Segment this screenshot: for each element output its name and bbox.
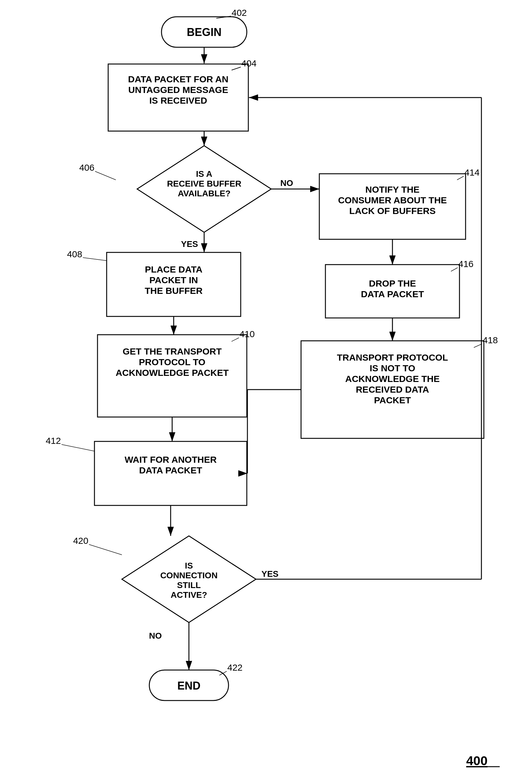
svg-text:NOTIFY THE: NOTIFY THE xyxy=(365,184,419,195)
svg-text:420: 420 xyxy=(73,536,88,546)
svg-text:418: 418 xyxy=(483,335,498,345)
svg-text:ACTIVE?: ACTIVE? xyxy=(171,590,207,600)
svg-text:PACKET: PACKET xyxy=(374,395,411,405)
svg-text:416: 416 xyxy=(458,259,474,269)
svg-text:422: 422 xyxy=(227,662,242,672)
svg-text:IS A: IS A xyxy=(196,169,212,179)
svg-text:YES: YES xyxy=(261,569,278,579)
svg-text:RECEIVED DATA: RECEIVED DATA xyxy=(356,384,429,395)
svg-text:PLACE DATA: PLACE DATA xyxy=(145,264,203,274)
svg-text:IS NOT TO: IS NOT TO xyxy=(369,363,415,373)
diagram-container: BEGIN 402 DATA PACKET FOR AN UNTAGGED ME… xyxy=(0,0,532,781)
svg-text:DROP THE: DROP THE xyxy=(369,278,416,288)
svg-text:YES: YES xyxy=(181,239,198,249)
svg-text:WAIT FOR ANOTHER: WAIT FOR ANOTHER xyxy=(125,454,217,464)
svg-text:DATA PACKET: DATA PACKET xyxy=(361,289,424,299)
svg-text:AVAILABLE?: AVAILABLE? xyxy=(178,189,230,198)
svg-text:410: 410 xyxy=(239,329,255,339)
svg-text:402: 402 xyxy=(231,8,247,18)
svg-line-18 xyxy=(95,171,116,180)
svg-text:RECEIVE BUFFER: RECEIVE BUFFER xyxy=(167,179,241,189)
svg-text:NO: NO xyxy=(280,178,293,188)
svg-text:END: END xyxy=(177,680,201,692)
svg-text:PROTOCOL TO: PROTOCOL TO xyxy=(139,357,205,367)
svg-text:THE BUFFER: THE BUFFER xyxy=(145,286,203,296)
svg-text:NO: NO xyxy=(149,631,162,641)
flowchart-svg: BEGIN 402 DATA PACKET FOR AN UNTAGGED ME… xyxy=(0,0,532,781)
svg-text:IS RECEIVED: IS RECEIVED xyxy=(149,95,207,106)
svg-text:DATA PACKET FOR AN: DATA PACKET FOR AN xyxy=(128,74,228,84)
svg-text:408: 408 xyxy=(67,249,82,259)
svg-text:GET THE TRANSPORT: GET THE TRANSPORT xyxy=(123,346,222,356)
svg-text:CONSUMER ABOUT THE: CONSUMER ABOUT THE xyxy=(338,195,447,205)
svg-line-28 xyxy=(83,258,107,261)
svg-text:404: 404 xyxy=(241,58,257,68)
svg-text:TRANSPORT PROTOCOL: TRANSPORT PROTOCOL xyxy=(337,353,448,363)
svg-text:UNTAGGED MESSAGE: UNTAGGED MESSAGE xyxy=(128,85,228,95)
svg-text:ACKNOWLEDGE THE: ACKNOWLEDGE THE xyxy=(345,374,440,384)
svg-text:406: 406 xyxy=(79,162,94,172)
svg-text:PACKET IN: PACKET IN xyxy=(149,275,198,285)
svg-line-41 xyxy=(61,445,94,451)
svg-text:412: 412 xyxy=(46,436,61,446)
svg-text:400: 400 xyxy=(466,753,488,768)
svg-text:LACK OF BUFFERS: LACK OF BUFFERS xyxy=(349,206,435,216)
svg-text:STILL: STILL xyxy=(177,580,201,590)
svg-text:BEGIN: BEGIN xyxy=(187,26,222,38)
svg-text:414: 414 xyxy=(464,167,480,177)
svg-text:DATA PACKET: DATA PACKET xyxy=(139,465,202,475)
svg-line-73 xyxy=(89,544,122,555)
svg-text:CONNECTION: CONNECTION xyxy=(160,571,218,580)
svg-text:ACKNOWLEDGE PACKET: ACKNOWLEDGE PACKET xyxy=(116,368,228,378)
svg-text:IS: IS xyxy=(185,561,193,570)
